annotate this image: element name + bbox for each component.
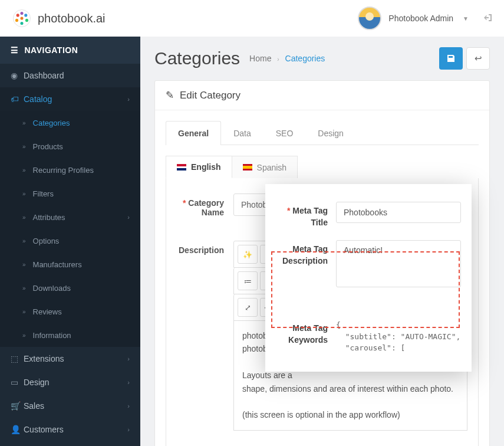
save-button[interactable]: [439, 47, 463, 70]
panel-title: Edit Category: [180, 90, 241, 101]
sub-label: Downloads: [33, 284, 71, 293]
row-meta-keywords: Meta Tag Keywords { "subtitle": "AUTO-MA…: [265, 313, 472, 360]
flag-en-icon: [177, 164, 186, 170]
chevron-right-icon: ›: [127, 355, 130, 362]
puzzle-icon: ⬚: [11, 354, 24, 363]
chevron-right-icon: ›: [127, 96, 130, 103]
nav-label: Catalog: [24, 94, 127, 104]
sidebar: ☰ NAVIGATION ◉ Dashboard 🏷 Catalog › »Ca…: [0, 37, 140, 446]
chevron-right-icon: ›: [127, 214, 130, 221]
input-meta-desc[interactable]: [336, 240, 461, 287]
sub-label: Filters: [33, 189, 54, 198]
label-meta-keywords: Meta Tag Keywords: [276, 319, 328, 346]
input-meta-title[interactable]: [336, 202, 461, 223]
tb-fullscreen-icon[interactable]: ⤢: [238, 298, 258, 317]
sub-categories[interactable]: »Categories: [0, 111, 140, 135]
breadcrumb: Home › Categories: [249, 54, 325, 63]
sub-label: Categories: [33, 119, 70, 127]
user-name-label: Photobook Admin: [388, 14, 453, 23]
lang-tab-english[interactable]: English: [166, 156, 232, 178]
sub-label: Manufacturers: [33, 260, 82, 269]
avatar: [358, 6, 381, 30]
user-icon: 👤: [11, 425, 24, 434]
menu-icon: ☰: [11, 45, 19, 55]
svg-point-1: [17, 14, 19, 17]
user-menu[interactable]: Photobook Admin ▼: [358, 6, 469, 30]
chevron-icon: »: [22, 167, 26, 173]
chevron-icon: »: [22, 238, 26, 244]
brand-logo[interactable]: photobook.ai: [12, 8, 106, 28]
tab-general[interactable]: General: [166, 121, 221, 145]
sub-label: Reviews: [33, 307, 62, 316]
svg-point-7: [20, 17, 23, 19]
nav-header: ☰ NAVIGATION: [0, 37, 140, 64]
label-description: Description: [177, 241, 224, 255]
nav-customers[interactable]: 👤 Customers ›: [0, 418, 140, 441]
sub-reviews[interactable]: »Reviews: [0, 300, 140, 323]
flag-es-icon: [243, 164, 252, 170]
logout-icon[interactable]: [483, 13, 492, 24]
chevron-icon: »: [22, 143, 26, 150]
chevron-icon: »: [22, 332, 26, 339]
nav-dashboard[interactable]: ◉ Dashboard: [0, 64, 140, 87]
reply-icon: ↩: [475, 53, 482, 64]
brain-logo-icon: [12, 8, 32, 28]
chevron-right-icon: ›: [127, 426, 130, 433]
row-meta-title: * Meta Tag Title: [265, 196, 472, 234]
page-title: Categories: [154, 48, 240, 68]
sub-attributes[interactable]: »Attributes›: [0, 205, 140, 229]
label-meta-desc: Meta Tag Description: [276, 240, 328, 267]
label-category-name: * Category Name: [177, 194, 224, 217]
sub-options[interactable]: »Options: [0, 229, 140, 252]
back-button[interactable]: ↩: [466, 47, 490, 70]
sub-downloads[interactable]: »Downloads: [0, 276, 140, 300]
sub-products[interactable]: »Products: [0, 135, 140, 158]
save-icon: [446, 54, 456, 63]
nav-design[interactable]: ▭ Design ›: [0, 370, 140, 394]
sub-manufacturers[interactable]: »Manufacturers: [0, 252, 140, 276]
language-tabs: English Spanish: [166, 156, 479, 178]
nav-label: Customers: [24, 425, 127, 434]
sub-label: Options: [33, 237, 60, 245]
sub-label: Products: [33, 142, 63, 151]
nav-sales[interactable]: 🛒 Sales ›: [0, 394, 140, 418]
tab-design[interactable]: Design: [305, 121, 356, 145]
monitor-icon: ▭: [11, 378, 24, 387]
chevron-icon: »: [22, 191, 26, 197]
page-header: Categories Home › Categories ↩: [154, 47, 490, 70]
nav-catalog[interactable]: 🏷 Catalog ›: [0, 87, 140, 111]
desc-line: Layouts are a: [242, 370, 292, 380]
chevron-icon: »: [22, 214, 26, 221]
tb-magic-icon[interactable]: ✨: [238, 245, 258, 264]
label-meta-title: * Meta Tag Title: [276, 202, 328, 228]
tab-seo[interactable]: SEO: [263, 121, 306, 145]
cart-icon: 🛒: [11, 401, 24, 411]
nav-extensions[interactable]: ⬚ Extensions ›: [0, 347, 140, 370]
desc-line: (this screen is optional in the app work…: [242, 408, 459, 421]
app-header: photobook.ai Photobook Admin ▼: [0, 0, 504, 37]
sub-filters[interactable]: »Filters: [0, 182, 140, 205]
sub-recurring[interactable]: »Recurring Profiles: [0, 158, 140, 182]
panel-tabs: General Data SEO Design: [166, 121, 479, 145]
breadcrumb-home[interactable]: Home: [249, 54, 271, 63]
chevron-icon: »: [22, 120, 26, 126]
nav-label: Design: [24, 378, 127, 387]
chevron-icon: »: [22, 309, 26, 315]
caret-down-icon: ▼: [463, 15, 469, 22]
breadcrumb-current[interactable]: Categories: [285, 54, 325, 63]
brand-name: photobook.ai: [38, 12, 106, 25]
lang-label: English: [191, 162, 221, 172]
svg-point-2: [24, 14, 27, 17]
nav-header-label: NAVIGATION: [25, 45, 78, 55]
tb-ul-icon[interactable]: ≔: [238, 271, 258, 290]
svg-point-5: [20, 12, 23, 15]
sub-information[interactable]: »Information: [0, 323, 140, 347]
sub-label: Recurring Profiles: [33, 166, 94, 175]
lang-label: Spanish: [257, 163, 287, 172]
svg-point-4: [25, 19, 28, 22]
tab-data[interactable]: Data: [221, 121, 263, 145]
input-meta-keywords[interactable]: { "subtitle": "AUTO-MAGIC", "carousel": …: [336, 319, 461, 354]
lang-tab-spanish[interactable]: Spanish: [232, 156, 298, 178]
row-meta-desc: Meta Tag Description: [265, 234, 472, 296]
svg-point-6: [20, 22, 23, 25]
